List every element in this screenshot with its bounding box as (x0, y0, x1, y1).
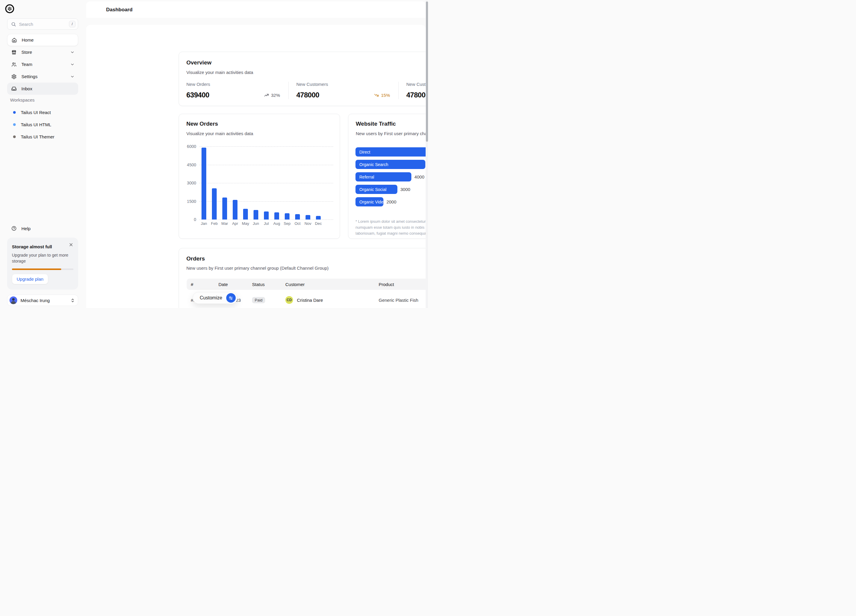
traffic-bar-label: Organic Search (359, 162, 388, 167)
store-icon (11, 49, 17, 55)
traffic-bar-label: Referral (359, 175, 374, 180)
overview-subtitle: Visualize your main activities data (186, 70, 253, 75)
x-axis-tick-label: Jun (251, 221, 261, 226)
workspace-item-tailus-ui-themer[interactable]: Tailus UI Themer (7, 131, 78, 143)
sidebar-nav: Home Store (7, 34, 78, 95)
product-name: Generic Plastic Fish (379, 298, 428, 303)
x-axis-tick-label: Apr (230, 221, 240, 226)
x-axis-tick-label: Nov (303, 221, 313, 226)
page-title: Dashboard (106, 7, 132, 13)
content-panel: Overview Visualize your main activities … (86, 25, 426, 308)
scrollbar-thumb[interactable] (426, 2, 428, 142)
workspace-item-tailus-ui-react[interactable]: Tailus UI React (7, 106, 78, 118)
storage-progress-bar (12, 269, 74, 270)
sidebar-item-home[interactable]: Home (7, 34, 78, 46)
app-root: / Home (0, 0, 428, 308)
traffic-row: Direct9000 (356, 147, 428, 157)
y-axis-tick-label: 0 (179, 217, 196, 222)
stat-value: 639400 (186, 91, 209, 99)
workspace-dot-icon (13, 111, 16, 114)
search-icon (11, 22, 16, 27)
bar-jul (264, 212, 269, 220)
column-header: Customer (285, 282, 379, 287)
new-orders-card: New Orders Visualize your main activitie… (179, 114, 340, 239)
sidebar-item-inbox[interactable]: Inbox (7, 83, 78, 95)
traffic-row: Referral4000 (356, 172, 428, 181)
website-traffic-title: Website Traffic (356, 121, 396, 127)
traffic-bar-organic-search: Organic Search (356, 160, 425, 169)
status-badge: Paid (252, 297, 265, 303)
customize-label: Customize (200, 295, 222, 301)
chevrons-up-down-icon (71, 298, 75, 303)
sidebar-item-label: Store (22, 49, 32, 55)
website-traffic-chart: Direct9000Organic Search5000Referral4000… (356, 147, 428, 210)
bar-apr (233, 200, 237, 220)
traffic-bar-label: Direct (359, 150, 370, 154)
column-header: # (191, 282, 219, 287)
stat-label: New Orders (186, 82, 280, 87)
x-axis-tick-label: Aug (271, 221, 282, 226)
orders-subtitle: New users by First user primary channel … (186, 266, 329, 270)
workspace-item-tailus-ui-html[interactable]: Tailus UI HTML (7, 118, 78, 131)
search-input[interactable] (19, 22, 69, 27)
workspace-label: Tailus UI HTML (21, 122, 51, 127)
x-axis-tick-label: Mar (219, 221, 230, 226)
customize-button[interactable]: Customize (192, 292, 237, 304)
website-traffic-card: Website Traffic New users by First user … (348, 114, 428, 239)
gridline (199, 146, 333, 147)
inbox-icon (11, 86, 17, 92)
orders-title: Orders (186, 255, 205, 262)
bar-oct (295, 214, 300, 220)
x-axis-tick-label: Sep (282, 221, 293, 226)
user-name: Méschac Irung (20, 298, 71, 303)
stat-trend: 32% (264, 93, 280, 98)
traffic-bar-referral: Referral (356, 172, 411, 181)
traffic-footnote: * Lorem ipsum dolor sit amet consectetur… (356, 219, 428, 237)
home-icon (12, 37, 17, 43)
stat-new-customers-2: New Customers 478000 15% (398, 82, 428, 99)
x-axis-tick-label: Feb (209, 221, 220, 226)
stat-value: 478000 (296, 91, 319, 99)
traffic-bar-organic-social: Organic Social (356, 185, 397, 194)
team-icon (11, 62, 17, 67)
avatar (9, 296, 17, 304)
x-axis-tick-label: May (240, 221, 251, 226)
stat-label: New Customers (296, 82, 390, 87)
stat-trend: 15% (374, 93, 390, 98)
app-logo-icon[interactable] (5, 4, 15, 14)
sliders-icon (226, 293, 236, 303)
column-header: Product (379, 282, 428, 287)
stat-new-orders: New Orders 639400 32% (179, 82, 288, 99)
website-traffic-subtitle: New users by First user primary channel … (356, 131, 428, 136)
sidebar-item-team[interactable]: Team (7, 58, 78, 71)
traffic-bar-label: Organic Video (359, 200, 385, 204)
bar-jan (202, 147, 206, 220)
sidebar-item-store[interactable]: Store (7, 46, 78, 58)
x-axis-tick-label: Jul (261, 221, 272, 226)
workspaces-list: Tailus UI React Tailus UI HTML Tailus UI… (7, 106, 78, 143)
column-header: Date (219, 282, 252, 287)
sidebar-item-label: Team (22, 62, 32, 67)
bar-mar (222, 198, 227, 220)
gridline (199, 220, 333, 220)
workspace-dot-icon (13, 135, 16, 138)
upgrade-plan-button[interactable]: Upgrade plan (12, 274, 48, 284)
new-orders-chart: 01500300045006000JanFebMarAprMayJunJulAu… (179, 146, 340, 220)
close-icon[interactable] (68, 241, 75, 248)
gridline (199, 201, 333, 202)
sidebar-item-settings[interactable]: Settings (7, 71, 78, 83)
y-axis-tick-label: 1500 (179, 199, 196, 204)
orders-table-header: #DateStatusCustomerProductRevenue (187, 279, 428, 290)
sidebar-item-label: Inbox (22, 86, 32, 91)
workspace-dot-icon (13, 123, 16, 126)
bar-feb (212, 188, 217, 220)
workspace-label: Tailus UI React (21, 110, 51, 115)
stat-new-customers-1: New Customers 478000 15% (288, 82, 398, 99)
sidebar-item-help[interactable]: Help (7, 223, 78, 234)
user-menu[interactable]: Méschac Irung (7, 295, 78, 306)
storage-description: Upgrade your plan to get more storage (12, 252, 71, 264)
bar-sep (285, 213, 289, 220)
traffic-bar-value: 4000 (414, 174, 424, 180)
status-cell: Paid (252, 297, 285, 303)
new-orders-title: New Orders (186, 121, 218, 127)
